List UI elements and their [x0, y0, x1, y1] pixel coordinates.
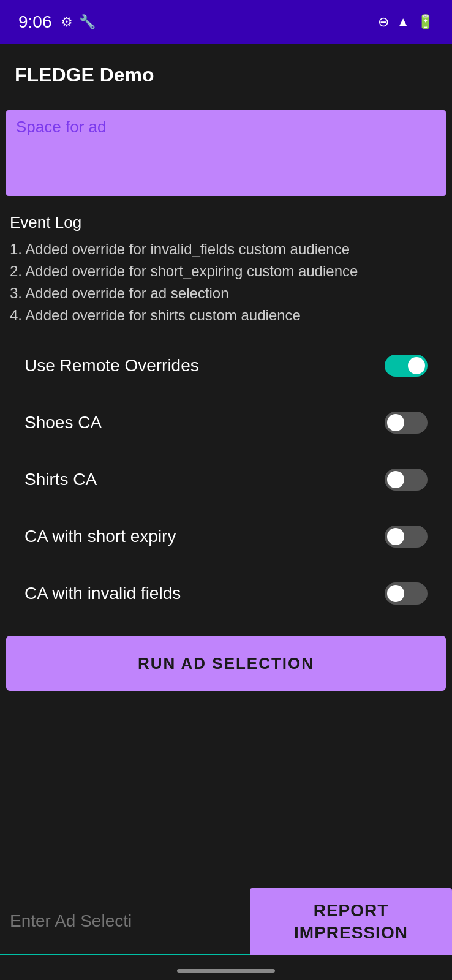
block-circle-icon: ⊖	[378, 14, 389, 30]
event-log-title: Event Log	[10, 211, 442, 235]
toggle-label-remote-overrides: Use Remote Overrides	[24, 356, 199, 375]
ad-space-text: Space for ad	[16, 118, 106, 137]
toggle-knob-remote-overrides	[408, 357, 425, 374]
status-icons-right: ⊖ ▲ 🔋	[378, 14, 434, 30]
toggle-row-remote-overrides: Use Remote Overrides	[0, 337, 452, 394]
event-log-entry-1: 1. Added override for invalid_fields cus…	[10, 238, 442, 260]
toggle-label-invalid-fields: CA with invalid fields	[24, 584, 181, 603]
toggle-short-expiry[interactable]	[385, 526, 428, 548]
status-bar: 9:06 ⚙ 🔧 ⊖ ▲ 🔋	[0, 0, 452, 44]
enter-ad-selection-input[interactable]	[10, 911, 240, 931]
wifi-icon: ▲	[396, 14, 410, 30]
toggle-knob-short-expiry	[387, 528, 404, 545]
toggle-knob-shoes-ca	[387, 414, 404, 431]
gear-icon: ⚙	[61, 14, 73, 30]
run-ad-selection-button[interactable]: RUN AD SELECTION	[6, 636, 446, 691]
toggle-invalid-fields[interactable]	[385, 582, 428, 605]
status-time: 9:06	[18, 12, 52, 32]
toggle-row-invalid-fields: CA with invalid fields	[0, 565, 452, 622]
enter-ad-input-container	[0, 888, 250, 956]
event-log-entry-2: 2. Added override for short_expiring cus…	[10, 260, 442, 282]
toggle-row-shirts-ca: Shirts CA	[0, 451, 452, 508]
toggle-remote-overrides[interactable]	[385, 355, 428, 377]
wrench-icon: 🔧	[79, 14, 96, 30]
report-impression-label: REPORTIMPRESSION	[294, 900, 408, 944]
status-icons-left: ⚙ 🔧	[61, 14, 96, 30]
toggle-label-shirts-ca: Shirts CA	[24, 470, 97, 489]
bottom-nav-indicator	[177, 969, 275, 973]
app-title: FLEDGE Demo	[15, 64, 154, 86]
toggles-section: Use Remote Overrides Shoes CA Shirts CA …	[0, 331, 452, 628]
report-impression-button[interactable]: REPORTIMPRESSION	[250, 888, 452, 956]
bottom-action-row: REPORTIMPRESSION	[0, 888, 452, 956]
toggle-row-short-expiry: CA with short expiry	[0, 508, 452, 565]
toggle-knob-shirts-ca	[387, 471, 404, 488]
event-log: Event Log 1. Added override for invalid_…	[0, 201, 452, 331]
status-bar-left: 9:06 ⚙ 🔧	[18, 12, 96, 32]
event-log-entry-3: 3. Added override for ad selection	[10, 282, 442, 304]
toggle-knob-invalid-fields	[387, 585, 404, 602]
toggle-label-short-expiry: CA with short expiry	[24, 527, 176, 546]
battery-icon: 🔋	[417, 14, 434, 30]
toggle-shirts-ca[interactable]	[385, 469, 428, 491]
toggle-label-shoes-ca: Shoes CA	[24, 413, 102, 432]
ad-space: Space for ad	[6, 110, 446, 196]
run-ad-selection-label: RUN AD SELECTION	[138, 654, 314, 673]
app-bar: FLEDGE Demo	[0, 44, 452, 105]
toggle-row-shoes-ca: Shoes CA	[0, 394, 452, 451]
event-log-entry-4: 4. Added override for shirts custom audi…	[10, 304, 442, 326]
toggle-shoes-ca[interactable]	[385, 412, 428, 434]
